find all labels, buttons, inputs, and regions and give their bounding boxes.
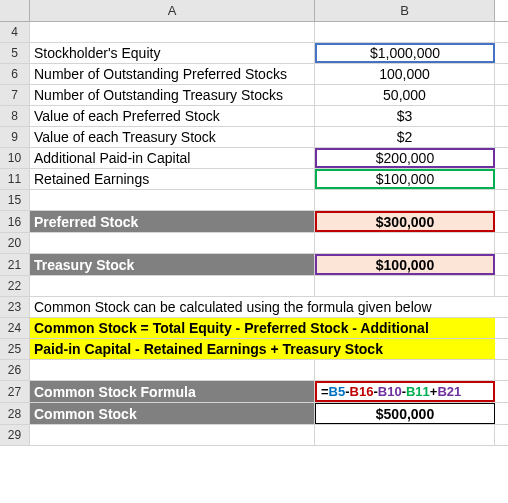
column-header-b[interactable]: B: [315, 0, 495, 21]
row-20: 20: [0, 233, 508, 254]
cell-b20[interactable]: [315, 233, 495, 253]
row-16: 16 Preferred Stock $300,000: [0, 211, 508, 233]
cell-a7[interactable]: Number of Outstanding Treasury Stocks: [30, 85, 315, 105]
cell-b11[interactable]: $100,000: [315, 169, 495, 189]
column-headers: A B: [0, 0, 508, 22]
row-26: 26: [0, 360, 508, 381]
row-21: 21 Treasury Stock $100,000: [0, 254, 508, 276]
cell-a23[interactable]: Common Stock can be calculated using the…: [30, 297, 495, 317]
row-11: 11 Retained Earnings $100,000: [0, 169, 508, 190]
cell-b27[interactable]: =B5-B16-B10-B11+B21: [315, 381, 495, 402]
row-header-6[interactable]: 6: [0, 64, 30, 84]
row-header-26[interactable]: 26: [0, 360, 30, 380]
cell-a26[interactable]: [30, 360, 315, 380]
cell-a29[interactable]: [30, 425, 315, 445]
cell-a27[interactable]: Common Stock Formula: [30, 381, 315, 402]
row-10: 10 Additional Paid-in Capital $200,000: [0, 148, 508, 169]
row-5: 5 Stockholder's Equity $1,000,000: [0, 43, 508, 64]
cell-b8[interactable]: $3: [315, 106, 495, 126]
formula-ref-b10: B10: [378, 384, 402, 399]
row-header-22[interactable]: 22: [0, 276, 30, 296]
cell-b5[interactable]: $1,000,000: [315, 43, 495, 63]
row-6: 6 Number of Outstanding Preferred Stocks…: [0, 64, 508, 85]
row-header-21[interactable]: 21: [0, 254, 30, 275]
cell-a28[interactable]: Common Stock: [30, 403, 315, 424]
row-header-4[interactable]: 4: [0, 22, 30, 42]
formula-ref-b11: B11: [406, 384, 430, 399]
cell-a20[interactable]: [30, 233, 315, 253]
row-header-5[interactable]: 5: [0, 43, 30, 63]
row-25: 25 Paid-in Capital - Retained Earnings +…: [0, 339, 508, 360]
cell-b15[interactable]: [315, 190, 495, 210]
cell-a5[interactable]: Stockholder's Equity: [30, 43, 315, 63]
cell-b29[interactable]: [315, 425, 495, 445]
row-header-16[interactable]: 16: [0, 211, 30, 232]
cell-a4[interactable]: [30, 22, 315, 42]
row-28: 28 Common Stock $500,000: [0, 403, 508, 425]
row-header-8[interactable]: 8: [0, 106, 30, 126]
row-23: 23 Common Stock can be calculated using …: [0, 297, 508, 318]
formula-ref-b5: B5: [329, 384, 346, 399]
row-8: 8 Value of each Preferred Stock $3: [0, 106, 508, 127]
row-header-15[interactable]: 15: [0, 190, 30, 210]
row-header-7[interactable]: 7: [0, 85, 30, 105]
cell-a16[interactable]: Preferred Stock: [30, 211, 315, 232]
row-header-9[interactable]: 9: [0, 127, 30, 147]
cell-b21[interactable]: $100,000: [315, 254, 495, 275]
cell-b10[interactable]: $200,000: [315, 148, 495, 168]
column-header-a[interactable]: A: [30, 0, 315, 21]
row-7: 7 Number of Outstanding Treasury Stocks …: [0, 85, 508, 106]
row-header-29[interactable]: 29: [0, 425, 30, 445]
cell-a15[interactable]: [30, 190, 315, 210]
formula-ref-b16: B16: [350, 384, 374, 399]
cell-b28[interactable]: $500,000: [315, 403, 495, 424]
row-9: 9 Value of each Treasury Stock $2: [0, 127, 508, 148]
cell-b6[interactable]: 100,000: [315, 64, 495, 84]
row-4: 4: [0, 22, 508, 43]
cell-b4[interactable]: [315, 22, 495, 42]
cell-a9[interactable]: Value of each Treasury Stock: [30, 127, 315, 147]
cell-b26[interactable]: [315, 360, 495, 380]
row-27: 27 Common Stock Formula =B5-B16-B10-B11+…: [0, 381, 508, 403]
row-24: 24 Common Stock = Total Equity - Preferr…: [0, 318, 508, 339]
cell-a11[interactable]: Retained Earnings: [30, 169, 315, 189]
cell-b9[interactable]: $2: [315, 127, 495, 147]
cell-b7[interactable]: 50,000: [315, 85, 495, 105]
row-header-20[interactable]: 20: [0, 233, 30, 253]
row-header-28[interactable]: 28: [0, 403, 30, 424]
cell-a24[interactable]: Common Stock = Total Equity - Preferred …: [30, 318, 495, 338]
row-header-23[interactable]: 23: [0, 297, 30, 317]
row-header-11[interactable]: 11: [0, 169, 30, 189]
cell-a10[interactable]: Additional Paid-in Capital: [30, 148, 315, 168]
cell-a21[interactable]: Treasury Stock: [30, 254, 315, 275]
corner-cell[interactable]: [0, 0, 30, 21]
cell-a6[interactable]: Number of Outstanding Preferred Stocks: [30, 64, 315, 84]
row-22: 22: [0, 276, 508, 297]
row-15: 15: [0, 190, 508, 211]
row-header-24[interactable]: 24: [0, 318, 30, 338]
spreadsheet: A B 4 5 Stockholder's Equity $1,000,000 …: [0, 0, 508, 446]
formula-eq: =: [321, 384, 329, 399]
cell-a25[interactable]: Paid-in Capital - Retained Earnings + Tr…: [30, 339, 495, 359]
cell-b22[interactable]: [315, 276, 495, 296]
row-header-27[interactable]: 27: [0, 381, 30, 402]
row-29: 29: [0, 425, 508, 446]
formula-ref-b21: B21: [437, 384, 461, 399]
formula-plus: +: [430, 384, 438, 399]
row-header-10[interactable]: 10: [0, 148, 30, 168]
cell-a8[interactable]: Value of each Preferred Stock: [30, 106, 315, 126]
cell-b16[interactable]: $300,000: [315, 211, 495, 232]
cell-a22[interactable]: [30, 276, 315, 296]
row-header-25[interactable]: 25: [0, 339, 30, 359]
